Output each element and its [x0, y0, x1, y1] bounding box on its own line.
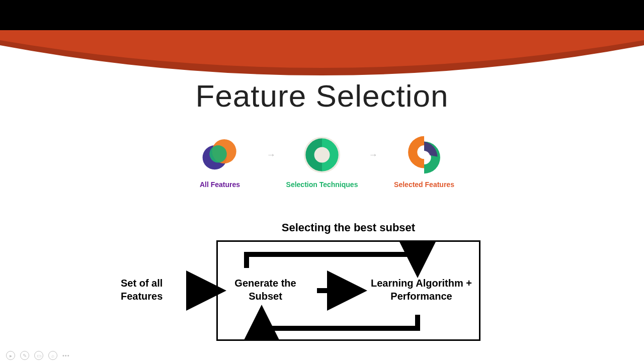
selected-features-label: Selected Features — [394, 180, 454, 189]
presenter-controls: ▸ ✎ ▭ ⌕ ••• — [6, 351, 70, 360]
all-features-icon — [198, 133, 242, 176]
selected-features-icon — [403, 133, 446, 176]
diagram-title: Selecting the best subset — [216, 221, 480, 234]
slide: Feature Selection All Features → — [0, 30, 644, 362]
arrow-icon: → — [267, 150, 276, 160]
all-features-item: All Features — [184, 133, 257, 189]
arrow-icon: → — [369, 150, 378, 160]
play-icon[interactable]: ▸ — [6, 351, 15, 360]
all-features-label: All Features — [200, 180, 240, 189]
diagram-arrows — [121, 240, 480, 341]
pen-icon[interactable]: ✎ — [20, 351, 29, 360]
selected-features-item: Selected Features — [388, 133, 461, 189]
selection-techniques-label: Selection Techniques — [286, 180, 358, 189]
subtitles-icon[interactable]: ▭ — [34, 351, 43, 360]
feature-icons-row: All Features → Selection Techniques → — [0, 133, 644, 189]
more-icon[interactable]: ••• — [62, 351, 70, 360]
zoom-icon[interactable]: ⌕ — [48, 351, 57, 360]
selection-techniques-icon — [300, 133, 344, 176]
svg-point-2 — [209, 145, 226, 162]
selection-techniques-item: Selection Techniques — [286, 133, 359, 189]
page-title: Feature Selection — [0, 78, 644, 114]
